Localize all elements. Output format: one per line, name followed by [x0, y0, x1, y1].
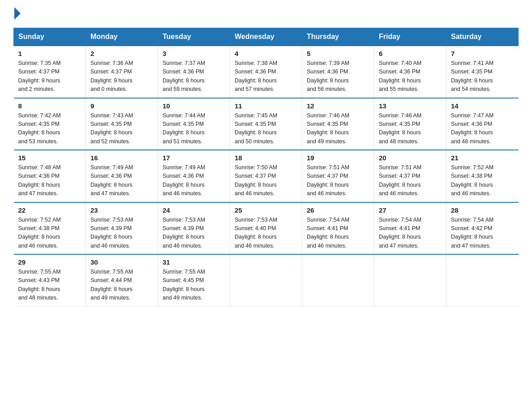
day-number: 26	[307, 206, 369, 214]
calendar-day-cell: 5 Sunrise: 7:39 AMSunset: 4:36 PMDayligh…	[302, 46, 374, 98]
calendar-day-cell: 7 Sunrise: 7:41 AMSunset: 4:35 PMDayligh…	[446, 46, 519, 98]
day-number: 11	[235, 102, 297, 110]
calendar-day-cell: 1 Sunrise: 7:35 AMSunset: 4:37 PMDayligh…	[14, 46, 86, 98]
logo	[13, 9, 21, 20]
day-number: 22	[18, 206, 82, 214]
day-info: Sunrise: 7:35 AMSunset: 4:37 PMDaylight:…	[18, 59, 82, 94]
day-info: Sunrise: 7:54 AMSunset: 4:41 PMDaylight:…	[379, 216, 442, 251]
calendar-week-row: 8 Sunrise: 7:42 AMSunset: 4:35 PMDayligh…	[14, 98, 519, 150]
day-info: Sunrise: 7:41 AMSunset: 4:35 PMDaylight:…	[451, 59, 514, 94]
calendar-day-cell: 29 Sunrise: 7:55 AMSunset: 4:43 PMDaylig…	[14, 254, 86, 306]
day-number: 6	[379, 50, 442, 57]
day-number: 2	[90, 50, 153, 57]
day-info: Sunrise: 7:44 AMSunset: 4:35 PMDaylight:…	[163, 111, 225, 146]
day-number: 18	[235, 154, 297, 162]
day-info: Sunrise: 7:52 AMSunset: 4:38 PMDaylight:…	[18, 216, 82, 251]
day-number: 23	[90, 206, 153, 214]
day-number: 29	[18, 258, 82, 266]
day-number: 1	[18, 50, 82, 57]
calendar-table: SundayMondayTuesdayWednesdayThursdayFrid…	[13, 28, 519, 307]
day-number: 7	[451, 50, 514, 57]
calendar-day-cell: 16 Sunrise: 7:49 AMSunset: 4:36 PMDaylig…	[86, 150, 158, 202]
day-info: Sunrise: 7:55 AMSunset: 4:44 PMDaylight:…	[90, 268, 153, 303]
calendar-day-cell: 18 Sunrise: 7:50 AMSunset: 4:37 PMDaylig…	[230, 150, 302, 202]
day-of-week-header: Tuesday	[158, 28, 230, 46]
day-number: 10	[163, 102, 225, 110]
calendar-day-cell: 31 Sunrise: 7:55 AMSunset: 4:45 PMDaylig…	[158, 254, 230, 306]
calendar-day-cell: 17 Sunrise: 7:49 AMSunset: 4:36 PMDaylig…	[158, 150, 230, 202]
day-number: 30	[90, 258, 153, 266]
day-number: 4	[235, 50, 297, 57]
day-info: Sunrise: 7:55 AMSunset: 4:43 PMDaylight:…	[18, 268, 82, 303]
day-number: 5	[307, 50, 369, 57]
calendar-day-cell	[230, 254, 302, 306]
day-info: Sunrise: 7:53 AMSunset: 4:39 PMDaylight:…	[163, 216, 225, 251]
day-number: 14	[451, 102, 514, 110]
day-info: Sunrise: 7:45 AMSunset: 4:35 PMDaylight:…	[235, 111, 297, 146]
calendar-day-cell: 28 Sunrise: 7:54 AMSunset: 4:42 PMDaylig…	[446, 202, 519, 255]
page-header	[13, 9, 519, 20]
calendar-day-cell: 13 Sunrise: 7:46 AMSunset: 4:35 PMDaylig…	[374, 98, 446, 150]
day-info: Sunrise: 7:55 AMSunset: 4:45 PMDaylight:…	[163, 268, 225, 303]
day-number: 8	[18, 102, 82, 110]
day-number: 3	[163, 50, 225, 57]
day-info: Sunrise: 7:52 AMSunset: 4:38 PMDaylight:…	[451, 163, 514, 198]
day-number: 25	[235, 206, 297, 214]
day-info: Sunrise: 7:53 AMSunset: 4:40 PMDaylight:…	[235, 216, 297, 251]
calendar-day-cell: 21 Sunrise: 7:52 AMSunset: 4:38 PMDaylig…	[446, 150, 519, 202]
day-info: Sunrise: 7:42 AMSunset: 4:35 PMDaylight:…	[18, 111, 82, 146]
day-number: 9	[90, 102, 153, 110]
day-info: Sunrise: 7:49 AMSunset: 4:36 PMDaylight:…	[163, 163, 225, 198]
calendar-day-cell: 9 Sunrise: 7:43 AMSunset: 4:35 PMDayligh…	[86, 98, 158, 150]
calendar-day-cell	[302, 254, 374, 306]
logo-triangle-icon	[14, 7, 21, 20]
day-info: Sunrise: 7:49 AMSunset: 4:36 PMDaylight:…	[90, 163, 153, 198]
calendar-week-row: 15 Sunrise: 7:48 AMSunset: 4:36 PMDaylig…	[14, 150, 519, 202]
day-info: Sunrise: 7:48 AMSunset: 4:36 PMDaylight:…	[18, 163, 82, 198]
day-info: Sunrise: 7:51 AMSunset: 4:37 PMDaylight:…	[379, 163, 442, 198]
day-info: Sunrise: 7:53 AMSunset: 4:39 PMDaylight:…	[90, 216, 153, 251]
calendar-day-cell: 25 Sunrise: 7:53 AMSunset: 4:40 PMDaylig…	[230, 202, 302, 255]
day-info: Sunrise: 7:54 AMSunset: 4:41 PMDaylight:…	[307, 216, 369, 251]
day-number: 21	[451, 154, 514, 162]
day-number: 17	[163, 154, 225, 162]
day-info: Sunrise: 7:38 AMSunset: 4:36 PMDaylight:…	[235, 59, 297, 94]
calendar-day-cell: 22 Sunrise: 7:52 AMSunset: 4:38 PMDaylig…	[14, 202, 86, 255]
day-number: 12	[307, 102, 369, 110]
calendar-day-cell: 14 Sunrise: 7:47 AMSunset: 4:36 PMDaylig…	[446, 98, 519, 150]
day-info: Sunrise: 7:54 AMSunset: 4:42 PMDaylight:…	[451, 216, 514, 251]
day-info: Sunrise: 7:40 AMSunset: 4:36 PMDaylight:…	[379, 59, 442, 94]
calendar-week-row: 22 Sunrise: 7:52 AMSunset: 4:38 PMDaylig…	[14, 202, 519, 255]
calendar-day-cell: 12 Sunrise: 7:46 AMSunset: 4:35 PMDaylig…	[302, 98, 374, 150]
calendar-day-cell: 26 Sunrise: 7:54 AMSunset: 4:41 PMDaylig…	[302, 202, 374, 255]
day-number: 16	[90, 154, 153, 162]
day-info: Sunrise: 7:51 AMSunset: 4:37 PMDaylight:…	[307, 163, 369, 198]
day-info: Sunrise: 7:36 AMSunset: 4:37 PMDaylight:…	[90, 59, 153, 94]
calendar-day-cell: 6 Sunrise: 7:40 AMSunset: 4:36 PMDayligh…	[374, 46, 446, 98]
calendar-day-cell: 30 Sunrise: 7:55 AMSunset: 4:44 PMDaylig…	[86, 254, 158, 306]
calendar-day-cell: 20 Sunrise: 7:51 AMSunset: 4:37 PMDaylig…	[374, 150, 446, 202]
day-of-week-header: Monday	[86, 28, 158, 46]
calendar-day-cell: 15 Sunrise: 7:48 AMSunset: 4:36 PMDaylig…	[14, 150, 86, 202]
day-number: 20	[379, 154, 442, 162]
day-info: Sunrise: 7:37 AMSunset: 4:36 PMDaylight:…	[163, 59, 225, 94]
day-of-week-header: Sunday	[14, 28, 86, 46]
day-info: Sunrise: 7:47 AMSunset: 4:36 PMDaylight:…	[451, 111, 514, 146]
calendar-day-cell: 3 Sunrise: 7:37 AMSunset: 4:36 PMDayligh…	[158, 46, 230, 98]
day-of-week-header: Saturday	[446, 28, 519, 46]
calendar-week-row: 29 Sunrise: 7:55 AMSunset: 4:43 PMDaylig…	[14, 254, 519, 306]
calendar-day-cell: 24 Sunrise: 7:53 AMSunset: 4:39 PMDaylig…	[158, 202, 230, 255]
day-info: Sunrise: 7:50 AMSunset: 4:37 PMDaylight:…	[235, 163, 297, 198]
day-number: 13	[379, 102, 442, 110]
day-number: 28	[451, 206, 514, 214]
calendar-day-cell	[446, 254, 519, 306]
day-of-week-header: Thursday	[302, 28, 374, 46]
day-number: 31	[163, 258, 225, 266]
day-info: Sunrise: 7:39 AMSunset: 4:36 PMDaylight:…	[307, 59, 369, 94]
day-info: Sunrise: 7:43 AMSunset: 4:35 PMDaylight:…	[90, 111, 153, 146]
calendar-header-row: SundayMondayTuesdayWednesdayThursdayFrid…	[14, 28, 519, 46]
day-number: 15	[18, 154, 82, 162]
day-number: 19	[307, 154, 369, 162]
day-number: 27	[379, 206, 442, 214]
calendar-day-cell: 2 Sunrise: 7:36 AMSunset: 4:37 PMDayligh…	[86, 46, 158, 98]
